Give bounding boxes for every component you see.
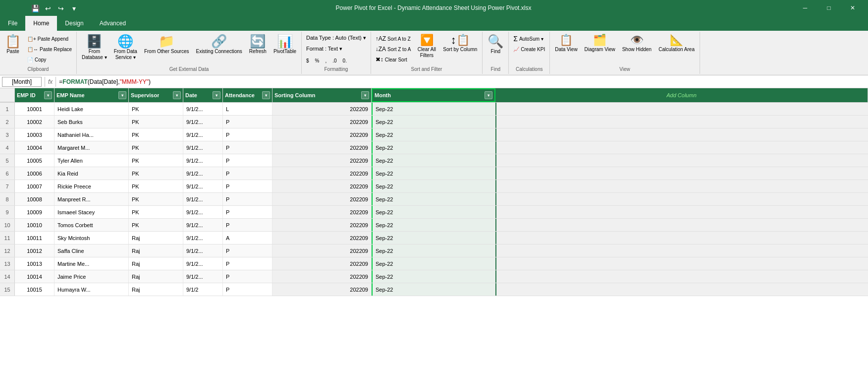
show-hidden-button[interactable]: 👁️ Show Hidden bbox=[619, 33, 654, 65]
customize-icon[interactable]: ▾ bbox=[68, 3, 79, 14]
sorting-dropdown[interactable]: ▾ bbox=[361, 91, 369, 99]
show-hidden-label: Show Hidden bbox=[622, 47, 651, 53]
col-header-month[interactable]: Month ▾ bbox=[372, 88, 495, 102]
cell-supervisor: PK bbox=[129, 219, 183, 231]
formula-content[interactable]: =FORMAT(Data[Date],"MMM-YY") bbox=[59, 78, 866, 85]
tab-home[interactable]: Home bbox=[25, 16, 57, 31]
table-row[interactable]: 15 10015 Humayra W... Raj 9/1/2 P 202209… bbox=[0, 283, 868, 296]
table-row[interactable]: 6 10006 Kia Reid PK 9/1/2... P 202209 Se… bbox=[0, 167, 868, 180]
find-group: 🔍 Find Find bbox=[483, 32, 509, 74]
table-row[interactable]: 12 10012 Saffa Cline Raj 9/1/2... P 2022… bbox=[0, 245, 868, 257]
comma-button[interactable]: , bbox=[323, 56, 329, 65]
currency-button[interactable]: $ bbox=[304, 56, 312, 65]
redo-icon[interactable]: ↪ bbox=[55, 3, 66, 14]
undo-icon[interactable]: ↩ bbox=[43, 3, 54, 14]
col-header-add[interactable]: Add Column bbox=[495, 88, 868, 102]
cell-date: 9/1/2... bbox=[183, 116, 223, 128]
copy-button[interactable]: 📄 Copy bbox=[25, 55, 74, 64]
from-other-sources-label: From Other Sources bbox=[144, 49, 189, 55]
data-view-button[interactable]: 📋 Data View bbox=[552, 33, 580, 65]
filter-icon: 🔽 bbox=[420, 35, 434, 46]
table-row[interactable]: 11 10011 Sky Mcintosh Raj 9/1/2... A 202… bbox=[0, 232, 868, 245]
cell-attendance: P bbox=[223, 128, 272, 141]
row-number: 7 bbox=[0, 180, 15, 192]
cell-date: 9/1/2... bbox=[183, 219, 223, 231]
table-row[interactable]: 7 10007 Rickie Preece PK 9/1/2... P 2022… bbox=[0, 180, 868, 193]
col-header-emp-id[interactable]: EMP ID ▾ bbox=[15, 88, 54, 102]
get-external-data-group: 🗄️ FromDatabase ▾ 🌐 From DataService ▾ 📁… bbox=[77, 32, 302, 74]
cell-sorting: 202209 bbox=[272, 141, 372, 154]
cell-attendance: P bbox=[223, 270, 272, 283]
data-type-button[interactable]: Data Type : Auto (Text) ▾ bbox=[304, 33, 369, 43]
percent-button[interactable]: % bbox=[313, 56, 322, 65]
sort-a-z-label: Sort A to Z bbox=[387, 36, 411, 42]
sort-z-to-a-button[interactable]: ↓ZA Sort Z to A bbox=[373, 44, 414, 54]
tab-file[interactable]: File bbox=[0, 16, 25, 31]
existing-connections-button[interactable]: 🔗 Existing Connections bbox=[193, 33, 245, 65]
find-button[interactable]: 🔍 Find bbox=[485, 33, 506, 65]
save-icon[interactable]: 💾 bbox=[30, 3, 41, 14]
minimize-button[interactable]: ─ bbox=[794, 0, 816, 16]
cell-supervisor: PK bbox=[129, 128, 183, 141]
table-row[interactable]: 5 10005 Tyler Allen PK 9/1/2... P 202209… bbox=[0, 154, 868, 167]
formula-function: FORMAT bbox=[62, 78, 87, 85]
paste-append-button[interactable]: 📋+ Paste Append bbox=[25, 34, 74, 44]
create-kpi-button[interactable]: 📈 Create KPI bbox=[511, 44, 547, 54]
col-header-date[interactable]: Date ▾ bbox=[183, 88, 223, 102]
date-dropdown[interactable]: ▾ bbox=[213, 91, 220, 99]
cell-add bbox=[495, 206, 868, 218]
refresh-button[interactable]: 🔄 Refresh bbox=[246, 33, 270, 65]
sort-a-to-z-button[interactable]: ↑AZ Sort A to Z bbox=[373, 34, 414, 44]
pivot-table-label: PivotTable bbox=[273, 49, 296, 55]
cell-emp-name: Margaret M... bbox=[54, 141, 129, 154]
format-button[interactable]: Format : Text ▾ bbox=[304, 44, 345, 54]
table-row[interactable]: 4 10004 Margaret M... PK 9/1/2... P 2022… bbox=[0, 141, 868, 154]
from-database-button[interactable]: 🗄️ FromDatabase ▾ bbox=[79, 33, 110, 65]
name-box[interactable] bbox=[2, 77, 42, 87]
cell-add bbox=[495, 283, 868, 296]
table-row[interactable]: 1 10001 Heidi Lake PK 9/1/2... L 202209 … bbox=[0, 103, 868, 116]
table-row[interactable]: 2 10002 Seb Burks PK 9/1/2... P 202209 S… bbox=[0, 116, 868, 128]
cell-add bbox=[495, 103, 868, 115]
col-header-attendance[interactable]: Attendance ▾ bbox=[223, 88, 272, 102]
paste-replace-button[interactable]: 📋↔ Paste Replace bbox=[25, 44, 74, 54]
from-other-sources-button[interactable]: 📁 From Other Sources bbox=[141, 33, 192, 65]
cell-supervisor: PK bbox=[129, 180, 183, 192]
col-header-supervisor[interactable]: Supervisor ▾ bbox=[129, 88, 183, 102]
clear-sort-button[interactable]: ✖↕ Clear Sort bbox=[373, 55, 414, 64]
table-row[interactable]: 14 10014 Jaime Price Raj 9/1/2... P 2022… bbox=[0, 270, 868, 283]
cell-attendance: P bbox=[223, 116, 272, 128]
sort-a-z-icon: ↑AZ bbox=[376, 35, 386, 42]
table-row[interactable]: 13 10013 Martine Me... Raj 9/1/2... P 20… bbox=[0, 257, 868, 270]
tab-design[interactable]: Design bbox=[57, 16, 91, 31]
col-header-sorting[interactable]: Sorting Column ▾ bbox=[272, 88, 372, 102]
close-button[interactable]: ✕ bbox=[841, 0, 864, 16]
table-row[interactable]: 3 10003 Nathaniel Ha... PK 9/1/2... P 20… bbox=[0, 128, 868, 141]
pivot-table-button[interactable]: 📊 PivotTable bbox=[271, 33, 299, 65]
attendance-dropdown[interactable]: ▾ bbox=[262, 91, 270, 99]
dec-inc-button[interactable]: .0 bbox=[330, 56, 339, 65]
sort-by-column-button[interactable]: ↕📋 Sort by Column bbox=[440, 33, 480, 61]
cell-sorting: 202209 bbox=[272, 103, 372, 115]
paste-button[interactable]: 📋 Paste bbox=[2, 33, 24, 65]
diagram-view-button[interactable]: 🗂️ Diagram View bbox=[582, 33, 618, 65]
table-row[interactable]: 9 10009 Ismaeel Stacey PK 9/1/2... P 202… bbox=[0, 206, 868, 219]
supervisor-dropdown[interactable]: ▾ bbox=[173, 91, 181, 99]
tab-advanced[interactable]: Advanced bbox=[92, 16, 134, 31]
emp-id-dropdown[interactable]: ▾ bbox=[44, 91, 52, 99]
col-header-emp-name[interactable]: EMP Name ▾ bbox=[54, 88, 129, 102]
maximize-button[interactable]: □ bbox=[817, 0, 840, 16]
clear-all-filters-button[interactable]: 🔽 Clear AllFilters bbox=[414, 33, 439, 61]
dec-dec-button[interactable]: 0. bbox=[340, 56, 349, 65]
month-dropdown[interactable]: ▾ bbox=[485, 91, 492, 99]
from-data-service-button[interactable]: 🌐 From DataService ▾ bbox=[111, 33, 140, 65]
col-date-label: Date bbox=[185, 92, 197, 98]
cell-date: 9/1/2... bbox=[183, 245, 223, 257]
emp-name-dropdown[interactable]: ▾ bbox=[118, 91, 126, 99]
table-row[interactable]: 8 10008 Manpreet R... PK 9/1/2... P 2022… bbox=[0, 193, 868, 206]
calculation-area-button[interactable]: 📐 Calculation Area bbox=[655, 33, 698, 65]
autosum-button[interactable]: Σ AutoSum ▾ bbox=[511, 34, 547, 44]
table-row[interactable]: 10 10010 Tomos Corbett PK 9/1/2... P 202… bbox=[0, 219, 868, 232]
cell-month: Sep-22 bbox=[372, 154, 495, 167]
cell-emp-id: 10011 bbox=[15, 232, 54, 244]
